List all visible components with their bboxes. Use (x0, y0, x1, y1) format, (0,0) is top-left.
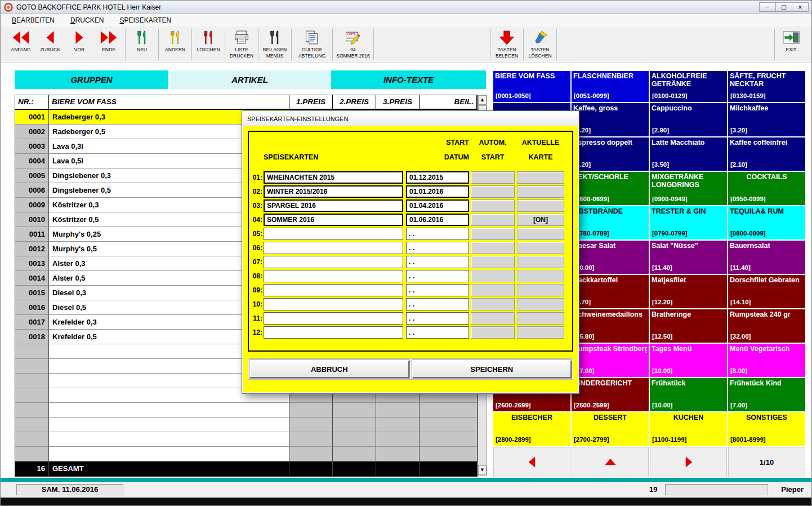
close-button[interactable]: × (792, 2, 809, 12)
keypad-tile-tages-menu[interactable]: Tages Menü[10.00] (650, 344, 727, 377)
start-datum-input[interactable]: . . (406, 326, 469, 339)
speisekarte-name-input[interactable] (264, 242, 403, 254)
autom-start-cell[interactable] (471, 298, 515, 310)
keypad-tile-espresso-doppelt[interactable]: Espresso doppelt[4.20] (572, 137, 649, 171)
toolbar-button-beilagen-menus[interactable]: BEILAGEN MENÜS (260, 27, 289, 61)
table-row[interactable] (15, 418, 477, 432)
abbruch-button[interactable]: ABBRUCH (249, 360, 409, 378)
menu-item-drucken[interactable]: DRUCKEN (70, 16, 104, 24)
start-datum-input[interactable]: . . (406, 256, 469, 268)
scroll-up-icon[interactable]: ▲ (478, 95, 487, 105)
speisekarte-name-input[interactable] (264, 312, 403, 325)
keypad-tile-fruhstuck-kind[interactable]: Frühstück Kind[7.00] (728, 378, 805, 411)
speisekarte-name-input[interactable] (264, 298, 403, 310)
keypad-tile-biere-vom-fass[interactable]: BIERE VOM FASS[0001-0050] (493, 71, 570, 102)
tab-artikel[interactable]: ARTIKEL (169, 70, 330, 89)
keypad-tile-bratheringe[interactable]: Bratheringe[12.50] (650, 309, 727, 343)
toolbar-button-04-sommer-2016[interactable]: KARTE04 SOMMER 2016 (334, 27, 372, 61)
toolbar-button-tasten-loschen[interactable]: TASTEN LÖSCHEN (525, 27, 555, 61)
keypad-tile-bauernsalat[interactable]: Bauernsalat[11.40] (728, 241, 805, 274)
start-datum-input[interactable]: 01.04.2016 (406, 199, 469, 212)
toolbar-button-liste-drucken[interactable]: LISTE DRUCKEN (227, 27, 256, 61)
aktuelle-karte-cell[interactable] (517, 326, 564, 339)
keypad-tile-sonstiges[interactable]: SONSTIGES[8001-8999] (728, 412, 805, 446)
minimize-button[interactable]: − (759, 2, 776, 12)
start-datum-input[interactable]: . . (406, 284, 469, 296)
autom-start-cell[interactable] (471, 270, 515, 282)
speisekarte-name-input[interactable] (264, 284, 403, 296)
speisekarte-name-input[interactable] (264, 326, 403, 339)
keypad-tile-obstbrande[interactable]: OBSTBRÄNDE[0780-0789] (572, 206, 649, 239)
start-datum-input[interactable]: 01.12.2015 (406, 171, 469, 184)
toolbar-button-andern[interactable]: ÄNDERN (160, 27, 190, 61)
keypad-tile-kaffee-gross[interactable]: Kaffee, gross[3.20] (572, 103, 649, 136)
toolbar-button-vor[interactable]: VOR (65, 27, 94, 61)
keypad-tile-kindergericht[interactable]: KINDERGERICHT[2500-2599] (572, 378, 649, 411)
toolbar-button-gultige-abteilung[interactable]: GÜLTIGE ABTEILUNG (293, 27, 331, 61)
start-datum-input[interactable]: . . (406, 270, 469, 282)
keypad-tile-rumpsteak-strindberg[interactable]: Rumpsteak Strindberg[27.00] (572, 344, 649, 377)
start-datum-input[interactable]: 01.01.2016 (406, 185, 469, 198)
keypad-nav-left[interactable] (493, 447, 570, 477)
start-datum-input[interactable]: . . (406, 312, 469, 325)
keypad-tile-backkartoffel[interactable]: Backkartoffel[4.70] (572, 275, 649, 308)
table-row[interactable] (15, 432, 477, 447)
keypad-nav-up[interactable] (572, 447, 649, 477)
aktuelle-karte-cell[interactable] (517, 284, 564, 296)
aktuelle-karte-cell[interactable] (517, 171, 564, 184)
autom-start-cell[interactable] (471, 242, 515, 254)
aktuelle-karte-cell[interactable] (517, 256, 564, 268)
aktuelle-karte-cell[interactable] (517, 270, 564, 282)
speisekarte-name-input[interactable] (264, 228, 403, 240)
aktuelle-karte-cell[interactable]: [ON] (517, 214, 564, 226)
autom-start-cell[interactable] (471, 256, 515, 268)
menu-item-speisekarten[interactable]: SPEISEKARTEN (119, 16, 171, 24)
keypad-tile-flaschnenbier[interactable]: FLASCHNENBIER[0051-0099] (572, 71, 649, 102)
keypad-tile-safte-frucht-necktar[interactable]: SÄFTE, FRUCHT NECKTAR[0130-0159] (728, 71, 805, 102)
aktuelle-karte-cell[interactable] (517, 228, 564, 240)
aktuelle-karte-cell[interactable] (517, 199, 564, 212)
keypad-nav-right[interactable] (650, 447, 727, 477)
autom-start-cell[interactable] (471, 284, 515, 296)
keypad-tile-caesar-salat[interactable]: Caesar Salat[10.00] (572, 241, 649, 274)
tab-info-texte[interactable]: INFO-TEXTE (331, 70, 486, 89)
start-datum-input[interactable]: . . (406, 242, 469, 254)
toolbar-button-tasten-belegen[interactable]: TASTEN BELEGEN (492, 27, 521, 61)
keypad-tile-latte-macchiato[interactable]: Latte Macchiato[3.50] (650, 137, 727, 171)
keypad-tile-milchkaffee[interactable]: Milchkaffee[3.20] (728, 103, 805, 136)
table-row[interactable] (15, 447, 477, 461)
scroll-down-icon[interactable]: ▼ (478, 465, 487, 475)
speisekarte-name-input[interactable]: WHEINACHTEN 2015 (264, 171, 403, 184)
keypad-tile-schweinemedaillons[interactable]: Schweinemedaillons[15.80] (572, 309, 649, 343)
speisekarte-name-input[interactable] (264, 256, 403, 268)
speisekarte-name-input[interactable]: SPARGEL 2016 (264, 199, 403, 212)
toolbar-button-ende[interactable]: ENDE (94, 27, 123, 61)
keypad-tile-cocktails[interactable]: COCKTAILS[0950-0999] (728, 172, 805, 205)
keypad-tile-dorschfilet-gebraten[interactable]: Dorschfilet Gebraten[14.10] (728, 275, 805, 308)
aktuelle-karte-cell[interactable] (517, 298, 564, 310)
tab-gruppen[interactable]: GRUPPEN (15, 70, 168, 89)
keypad-tile-fruhstuck[interactable]: Frühstück[10.00] (650, 378, 727, 411)
toolbar-button-loschen[interactable]: LÖSCHEN (194, 27, 223, 61)
aktuelle-karte-cell[interactable] (517, 185, 564, 198)
menu-item-bearbeiten[interactable]: BEARBEITEN (12, 16, 55, 24)
keypad-tile-alkoholfreie-getranke[interactable]: ALKOHOLFREIE GETRÄNKE[0100-0129] (650, 71, 727, 102)
keypad-tile-menu-vegetarisch[interactable]: Menü Vegetarisch[8.00] (728, 344, 805, 377)
maximize-button[interactable]: □ (775, 2, 792, 12)
keypad-tile-mixgetranke-longdrings[interactable]: MIXGETRÄNKE LONGDRINGS[0900-0949] (650, 172, 727, 205)
toolbar-button-neu[interactable]: NEU (127, 27, 157, 61)
autom-start-cell[interactable] (471, 214, 515, 226)
aktuelle-karte-cell[interactable] (517, 312, 564, 325)
start-datum-input[interactable]: . . (406, 228, 469, 240)
autom-start-cell[interactable] (471, 199, 515, 212)
keypad-tile-kaffee-coffeinfrei[interactable]: Kaffee coffeinfrei[2.10] (728, 137, 805, 171)
keypad-tile-trester-gin[interactable]: TRESTER & GIN[0790-0799] (650, 206, 727, 239)
start-datum-input[interactable]: . . (406, 298, 469, 310)
speisekarte-name-input[interactable] (264, 270, 403, 282)
keypad-tile-salat-nusse[interactable]: Salat "Nüsse"[11.40] (650, 241, 727, 274)
speisekarte-name-input[interactable]: WINTER 2015/2016 (264, 185, 403, 198)
start-datum-input[interactable]: 01.06.2016 (406, 214, 469, 226)
aktuelle-karte-cell[interactable] (517, 242, 564, 254)
keypad-tile-rumpsteak-240-gr[interactable]: Rumpsteak 240 gr[32.00] (728, 309, 805, 343)
keypad-tile-eisbecher[interactable]: EISBECHER[2800-2899] (493, 412, 570, 446)
